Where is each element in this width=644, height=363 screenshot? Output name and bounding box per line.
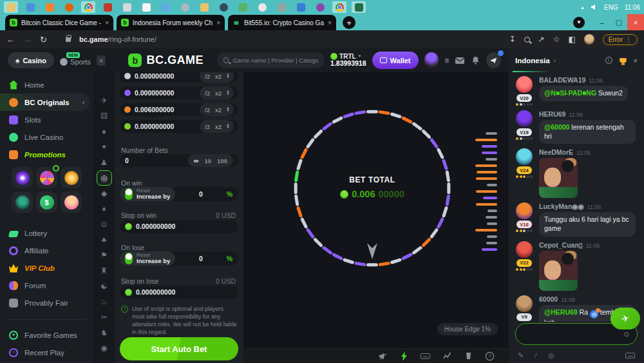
preset-100-button[interactable]: 100 (217, 157, 227, 164)
avatar[interactable] (516, 241, 533, 258)
back-button[interactable]: ← (6, 35, 15, 44)
start-auto-bet-button[interactable]: Start Auto Bet (120, 337, 238, 360)
chat-username[interactable]: 60000 (539, 295, 558, 303)
rail-game-icon[interactable]: ♜ (97, 263, 112, 279)
half-button[interactable]: /2 (205, 123, 210, 130)
search-tool-icon[interactable] (178, 1, 192, 13)
rail-game-icon[interactable]: ◆ (97, 186, 112, 201)
money-sign-tile[interactable]: $ (36, 191, 57, 213)
double-button[interactable]: x2 (215, 123, 222, 130)
inbox-button[interactable] (455, 56, 465, 65)
rail-game-icon[interactable]: ♣ (97, 232, 112, 248)
tab-close-icon[interactable]: × (105, 19, 109, 26)
help-icon[interactable]: ? (485, 351, 495, 361)
sidebar-item-provably-fair[interactable]: Provably Fair (0, 294, 93, 311)
bet-amount-row[interactable]: 0.006000000/2x2▴▾ (120, 103, 238, 116)
bet-amount-value[interactable]: 0.000000000 (135, 89, 196, 97)
excel-icon[interactable] (352, 1, 366, 13)
side-panel-icon[interactable]: ◧ (568, 35, 575, 44)
chrome-icon[interactable] (81, 1, 95, 13)
chat-coin-icon[interactable]: ◎ (548, 351, 554, 360)
piggy-bank-tile[interactable] (61, 167, 82, 188)
penguin-icon[interactable] (216, 1, 231, 13)
bet-amount-value[interactable]: 0.000000000 (135, 123, 196, 130)
chat-image[interactable] (539, 251, 578, 291)
chrome-active-icon[interactable] (332, 1, 346, 13)
send-button[interactable]: ✈ (611, 308, 640, 329)
chat-username[interactable]: NeeDMorE (539, 148, 573, 156)
close-button[interactable]: × (627, 14, 644, 30)
crash-game-tile[interactable] (12, 191, 33, 213)
tray-chevron-icon[interactable]: ▲ (580, 5, 585, 10)
sidebar-item-affiliate[interactable]: Affiliate (0, 242, 93, 259)
on-win-percent-input[interactable]: 0 (175, 190, 226, 198)
fortune-wheel-tile[interactable] (36, 167, 57, 188)
search-input[interactable] (232, 57, 318, 64)
user-mention[interactable]: @60000 (544, 123, 569, 131)
bet-amount-row[interactable]: 0.000000000/2x2▴▾ (120, 120, 238, 133)
bet-amount-value[interactable]: 0.000000000 (135, 72, 196, 80)
reload-button[interactable]: ↻ (40, 35, 47, 44)
stepper-buttons[interactable]: ▴▾ (227, 90, 229, 95)
chat-draw-icon[interactable]: ✎ (518, 351, 524, 360)
tab-close-icon[interactable]: × (328, 19, 332, 26)
stepper-buttons[interactable]: ▴▾ (227, 74, 229, 78)
rail-game-icon[interactable]: ♨ (97, 294, 112, 309)
chat-room-name[interactable]: Indonesia (515, 57, 550, 64)
avatar[interactable] (516, 202, 533, 219)
sidebar-item-slots[interactable]: Slots (0, 111, 93, 128)
language-indicator[interactable]: ENG (604, 4, 618, 11)
chat-rules-icon[interactable]: ! (605, 57, 612, 64)
volume-icon[interactable] (591, 4, 598, 10)
wallet-button[interactable]: Wallet (372, 52, 419, 69)
tab-search-button[interactable]: ▼ (573, 17, 585, 28)
double-button[interactable]: x2 (215, 73, 222, 80)
media-player-icon[interactable] (43, 1, 57, 13)
keyboard-icon[interactable] (625, 353, 635, 358)
rail-game-icon[interactable]: ⚄ (97, 108, 112, 124)
stepper-buttons[interactable]: ▴▾ (227, 107, 229, 112)
spiral-dart-tile[interactable] (12, 167, 33, 188)
avatar[interactable] (516, 76, 533, 93)
purple-player-icon[interactable] (313, 1, 327, 13)
notes-icon[interactable] (139, 1, 153, 13)
minimize-button[interactable]: – (594, 14, 611, 30)
sidebar-item-bc-originals[interactable]: BC Originals› (0, 93, 90, 111)
rail-game-icon[interactable]: ♟ (97, 155, 112, 170)
file-explorer-icon[interactable] (4, 1, 18, 13)
infinity-button[interactable]: ∞ (194, 157, 199, 164)
menu-dots-icon[interactable]: ⋮ (625, 36, 632, 43)
red-book-icon[interactable] (100, 1, 115, 13)
chevron-right-icon[interactable]: › (554, 57, 556, 64)
bookmark-star-icon[interactable]: ☆ (553, 35, 560, 44)
keyboard-icon[interactable] (421, 353, 430, 359)
sidebar-item-recent-play[interactable]: ◔Recent Play (0, 344, 93, 361)
bet-list-icon[interactable]: ≡ (444, 56, 449, 65)
on-win-mode-toggle[interactable]: ResetIncrease by (120, 187, 175, 201)
sidebar-item-live-casino[interactable]: Live Casino (0, 128, 93, 146)
profile-avatar[interactable] (424, 52, 439, 68)
emoji-icon[interactable]: ☺ (623, 329, 630, 338)
sports-toggle[interactable]: NEWSports (60, 55, 91, 66)
gray-app-icon[interactable] (274, 1, 289, 13)
half-button[interactable]: /2 (205, 73, 210, 80)
sidebar-item-forum[interactable]: Forum (0, 277, 93, 294)
sidebar-item-home[interactable]: Home (0, 76, 93, 93)
rail-game-icon[interactable]: ✦ (97, 139, 112, 155)
share-icon[interactable]: ↗ (538, 35, 545, 44)
chat-command-icon[interactable]: ∕ (535, 351, 536, 359)
photos-icon[interactable] (23, 1, 37, 13)
stop-on-win-input[interactable]: 0.000000000 (120, 220, 238, 233)
double-button[interactable]: x2 (215, 90, 222, 97)
rail-game-icon[interactable]: ⊙ (97, 217, 112, 232)
game-search[interactable] (217, 52, 325, 68)
blue-app-icon[interactable] (294, 1, 308, 13)
bet-amount-row[interactable]: 0.000000000/2x2▴▾ (120, 86, 238, 99)
double-button[interactable]: x2 (215, 106, 222, 113)
character-tile[interactable] (61, 191, 82, 213)
chat-username[interactable]: LuckyMan◉◉ (539, 202, 584, 210)
forward-button[interactable]: → (23, 35, 32, 44)
bcgame-logo[interactable]: bBC.GAME (128, 54, 204, 67)
chat-close-icon[interactable]: × (634, 57, 638, 64)
clock[interactable]: 11:06 (625, 4, 640, 11)
